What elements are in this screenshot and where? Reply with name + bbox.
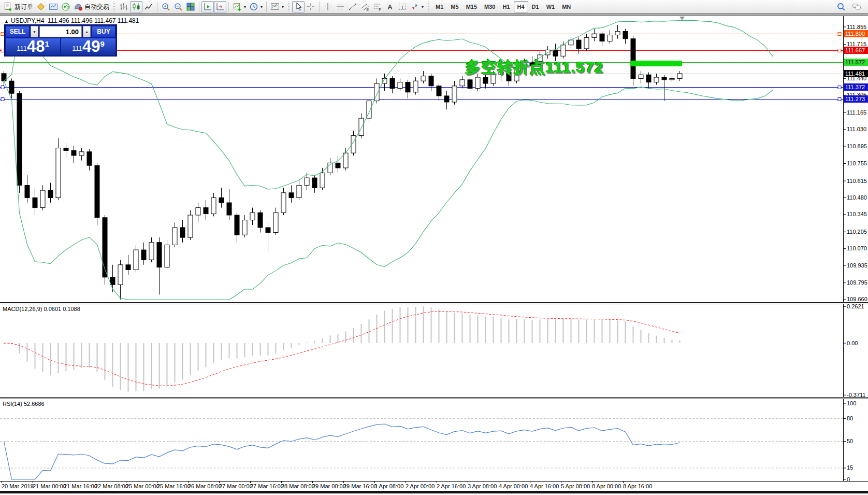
arrows-button[interactable]: ▾ [409, 1, 425, 12]
volume-decrease-button[interactable]: ▼ [31, 26, 38, 37]
price-chart-canvas[interactable] [0, 16, 868, 303]
macd-chart-canvas[interactable] [0, 304, 868, 398]
search-button[interactable] [835, 1, 847, 12]
profiles-button[interactable] [35, 1, 47, 12]
zoom-out-icon [173, 2, 183, 11]
volume-input[interactable]: 1.00 [39, 26, 82, 37]
tile-windows-button[interactable] [184, 1, 197, 12]
fibonacci-button[interactable]: F [371, 1, 384, 12]
add-indicator-button[interactable]: ▾ [231, 1, 248, 12]
templates-icon [270, 2, 280, 11]
equidistant-channel-button[interactable]: E [359, 1, 371, 12]
time-axis-label: 8 Apr 16:00 [623, 483, 652, 489]
timeframe-button-M1[interactable]: M1 [432, 1, 447, 12]
timeframe-button-D1[interactable]: D1 [528, 1, 543, 12]
line-chart-button[interactable] [142, 1, 155, 12]
trendline-button[interactable] [346, 1, 359, 12]
auto-trading-button[interactable]: 自动交易 [72, 1, 111, 12]
buy-price-display[interactable]: 111499 [61, 38, 115, 55]
charts-button[interactable] [47, 1, 60, 12]
sell-price-prefix: 111 [17, 45, 27, 52]
text-label-button[interactable]: T [396, 1, 409, 12]
rsi-chart-canvas[interactable] [0, 399, 868, 482]
time-axis-label: 25 Mar 00:00 [126, 483, 160, 489]
vertical-line-icon [323, 2, 332, 11]
one-click-trading-panel: SELL ▼ 1.00 ▲ BUY 111481 111499 [4, 24, 117, 56]
time-axis-label: 29 Mar 00:00 [312, 483, 346, 489]
macd-panel: MACD(12,26,9) 0.0601 0.1088 0.26210.00-0… [0, 304, 868, 398]
timeframe-button-H4[interactable]: H4 [514, 1, 528, 12]
macd-tick-label: -0.3711 [847, 392, 866, 398]
price-tick-label: 110.615 [847, 178, 867, 184]
sell-price-display[interactable]: 111481 [6, 38, 60, 55]
chart-shift-icon [215, 2, 225, 11]
toolbar-separator [157, 2, 157, 12]
text-label-icon: T [398, 2, 407, 11]
rsi-indicator-label: RSI(14) 52.6686 [3, 401, 45, 407]
vertical-line-button[interactable] [322, 1, 334, 12]
time-axis-label: 21 Mar 00:00 [33, 483, 66, 489]
zoom-out-button[interactable] [172, 1, 184, 12]
chevron-down-icon: ▾ [244, 5, 246, 9]
periods-icon [249, 2, 258, 11]
collapse-arrow-icon[interactable]: ▲ [4, 19, 9, 24]
sell-button[interactable]: SELL [6, 26, 30, 37]
arrows-icon [410, 2, 419, 11]
svg-text:E: E [367, 8, 369, 11]
cursor-icon [294, 2, 303, 11]
auto-scroll-button[interactable] [201, 1, 214, 12]
buy-price-big: 49 [82, 39, 100, 54]
svg-text:A: A [387, 3, 393, 11]
volume-increase-button[interactable]: ▲ [83, 26, 91, 37]
bar-chart-button[interactable] [118, 1, 130, 12]
toolbar-right-group [835, 1, 866, 12]
new-order-label: 新订单 [15, 3, 33, 11]
bar-chart-icon [119, 2, 128, 11]
timeframe-button-H1[interactable]: H1 [499, 1, 513, 12]
timeframe-button-M5[interactable]: M5 [447, 1, 462, 12]
chart-header: ▲USDJPY,H4 111.496 111.496 111.467 111.4… [4, 17, 139, 24]
crosshair-button[interactable] [305, 1, 317, 12]
auto-scroll-icon [203, 2, 212, 11]
zoom-in-button[interactable] [160, 1, 172, 12]
periods-button[interactable]: ▾ [248, 1, 264, 12]
chevron-down-icon: ▾ [261, 5, 263, 9]
trendline-icon [348, 2, 357, 11]
main-chart-panel: ▲USDJPY,H4 111.496 111.496 111.467 111.4… [0, 16, 868, 303]
timeframe-button-M15[interactable]: M15 [462, 1, 481, 12]
signals-button[interactable] [60, 1, 72, 12]
time-axis-label: 2 Apr 16:00 [437, 483, 466, 489]
new-order-button[interactable]: 新订单 [2, 1, 35, 12]
window-bottom-edge [0, 491, 868, 493]
time-axis-label: 5 Apr 08:00 [561, 483, 590, 489]
price-tick-label: 110.205 [847, 229, 867, 235]
zoom-in-icon [161, 2, 170, 11]
timeframe-button-MN[interactable]: MN [558, 1, 574, 12]
chevron-down-icon: ▾ [422, 5, 424, 9]
time-axis-label: 22 Mar 08:00 [95, 483, 128, 489]
buy-price-sup: 9 [100, 39, 104, 48]
text-button[interactable]: A [384, 1, 396, 12]
chevron-down-icon: ▾ [282, 5, 284, 9]
chart-symbol: USDJPY,H4 [11, 17, 44, 24]
buy-button[interactable]: BUY [92, 26, 115, 37]
timeframe-button-M30[interactable]: M30 [481, 1, 499, 12]
svg-text:T: T [401, 5, 404, 10]
chart-ohlc: 111.496 111.496 111.467 111.481 [48, 17, 139, 24]
macd-tick-label: 0.00 [847, 340, 858, 346]
crosshair-icon [306, 2, 315, 11]
horizontal-line-button[interactable] [334, 1, 346, 12]
candlestick-button[interactable] [130, 1, 142, 12]
sell-price-big: 48 [27, 39, 45, 54]
time-axis[interactable]: 20 Mar 201921 Mar 00:0021 Mar 16:0022 Ma… [0, 482, 868, 491]
price-tick-label: 109.660 [847, 296, 867, 302]
chat-button[interactable] [850, 1, 863, 12]
timeframe-button-W1[interactable]: W1 [543, 1, 559, 12]
equidistant-channel-icon: E [360, 2, 370, 11]
trading-terminal-window: 新订单自动交易▾▾▾EFAT▾M1M5M15M30H1H4D1W1MN ▲USD… [0, 0, 868, 495]
templates-button[interactable]: ▾ [269, 1, 285, 12]
current-price-label: 111.481 [844, 70, 868, 77]
cursor-button[interactable] [292, 1, 305, 12]
tile-windows-icon [186, 2, 195, 11]
chart-shift-button[interactable] [214, 1, 226, 12]
